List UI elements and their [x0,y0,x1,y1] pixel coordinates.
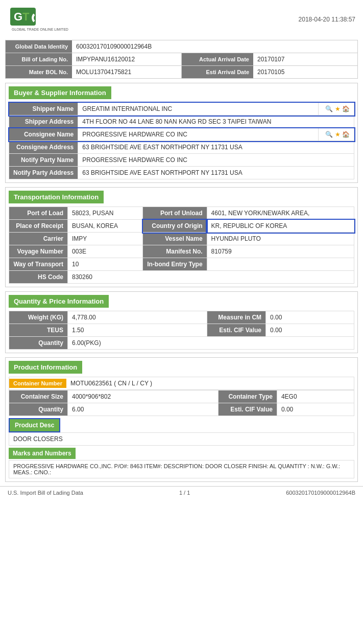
product-esti-cif-value: 0.00 [277,403,354,416]
carrier-row: Carrier IMPY Vessel Name HYUNDAI PLUTO [9,233,354,245]
container-number-value: MOTU0623561 ( CN / L / CY ) [66,377,156,389]
product-info-title: Product Information [9,361,82,374]
consignee-name-row: Consignee Name PROGRESSIVE HARDWARE CO I… [9,128,354,141]
search-icon[interactable]: 🔍 [325,105,333,112]
footer-center: 1 / 1 [179,490,190,496]
footer-right: 600320170109000012964B [286,490,355,496]
voyage-row: Voyage Number 003E Manifest No. 810759 [9,245,354,258]
shipper-name-row: Shipper Name GREATIM INTERNATIONAL INC 🔍… [9,103,354,116]
in-bond-entry-type-value [207,258,354,271]
page-footer: U.S. Import Bill of Lading Data 1 / 1 60… [0,486,363,499]
global-data-identity-label: Global Data Identity [6,40,72,53]
container-size-label: Container Size [9,390,68,403]
esti-arrival-label: Esti Arrival Date [182,66,253,78]
port-of-load-label: Port of Load [9,207,68,220]
mater-bol-row: Mater BOL No. MOLU13704175821 Esti Arriv… [6,66,357,78]
manifest-no-value: 810759 [207,245,354,258]
quantity-price-title: Quantity & Price Information [9,295,109,308]
global-data-identity-value: 600320170109000012964B [72,40,357,53]
place-of-receipt-value: BUSAN, KOREA [68,220,143,233]
svg-text:G: G [14,10,22,23]
port-of-unload-value: 4601, NEW YORK/NEWARK AREA, [207,207,354,220]
way-of-transport-value: 10 [68,258,143,271]
measure-in-cm-value: 0.00 [266,311,354,324]
page-header: G T GLOBAL TRADE ONLINE LIMITED 2018-04-… [0,0,363,37]
svg-text:T: T [22,10,30,23]
quantity-row: Quantity 6.00(PKG) [9,337,354,350]
actual-arrival-cell: Actual Arrival Date 20170107 [182,53,357,65]
quantity-label: Quantity [9,337,68,350]
voyage-number-label: Voyage Number [9,245,68,258]
product-esti-cif-label: Esti. CIF Value [218,403,277,416]
shipper-address-label: Shipper Address [9,116,78,128]
carrier-label: Carrier [9,233,68,245]
bol-label: Bill of Lading No. [6,53,72,65]
port-row: Port of Load 58023, PUSAN Port of Unload… [9,207,354,220]
star-icon-2[interactable]: ★ [335,131,341,138]
country-of-origin-label: Country of Origin [143,220,207,233]
way-of-transport-label: Way of Transport [9,258,68,271]
actual-arrival-label: Actual Arrival Date [182,53,253,65]
container-number-row: Container Number MOTU0623561 ( CN / L / … [9,377,354,390]
home-icon[interactable]: 🏠 [342,105,350,112]
transportation-section: Transportation Information Port of Load … [5,187,358,287]
weight-value: 4,778.00 [68,311,207,324]
search-icon-2[interactable]: 🔍 [325,131,333,138]
shipper-address-value: 4TH FLOOR NO 44 LANE 80 NAN KANG RD SEC … [78,116,354,128]
consignee-address-label: Consignee Address [9,141,78,154]
transportation-title: Transportation Information [9,191,104,203]
datetime: 2018-04-20 11:38:57 [299,16,355,23]
star-icon[interactable]: ★ [335,105,341,112]
global-data-identity-row: Global Data Identity 6003201701090000129… [6,40,357,53]
mater-bol-cell: Mater BOL No. MOLU13704175821 [6,66,182,78]
shipper-name-label: Shipper Name [9,103,78,116]
container-type-label: Container Type [218,390,277,403]
quantity-value: 6.00(PKG) [68,337,354,350]
actual-arrival-value: 20170107 [253,53,357,65]
product-desc-button[interactable]: Product Desc [10,419,59,431]
way-of-transport-row: Way of Transport 10 In-bond Entry Type [9,258,354,271]
buyer-supplier-section: Buyer & Supplier Information Shipper Nam… [5,83,358,183]
consignee-address-row: Consignee Address 63 BRIGHTSIDE AVE EAST… [9,141,354,154]
product-desc-value: DOOR CLOSERS [9,432,354,446]
in-bond-entry-type-label: In-bond Entry Type [143,258,207,271]
shipper-name-value: GREATIM INTERNATIONAL INC [78,103,319,116]
esti-cif-label: Esti. CIF Value [207,324,266,337]
notify-party-name-value: PROGRESSIVE HARDWARE CO INC [78,154,354,167]
consignee-name-label: Consignee Name [9,128,78,141]
shipper-address-row: Shipper Address 4TH FLOOR NO 44 LANE 80 … [9,116,354,128]
esti-arrival-cell: Esti Arrival Date 20170105 [182,66,357,78]
container-type-value: 4EG0 [277,390,354,403]
teus-row: TEUS 1.50 Esti. CIF Value 0.00 [9,324,354,337]
vessel-name-value: HYUNDAI PLUTO [207,233,354,245]
place-of-receipt-label: Place of Receipt [9,220,68,233]
country-of-origin-value: KR, REPUBLIC OF KOREA [207,220,354,233]
product-quantity-row: Quantity 6.00 Esti. CIF Value 0.00 [9,403,354,416]
place-receipt-row: Place of Receipt BUSAN, KOREA Country of… [9,220,354,233]
buyer-supplier-title: Buyer & Supplier Information [9,86,111,99]
product-info-section: Product Information Container Number MOT… [5,357,358,482]
marks-and-numbers-container: Marks and Numbers PROGRESSIVE HARDWARE C… [9,448,354,478]
consignee-address-value: 63 BRIGHTSIDE AVE EAST NORTHPORT NY 1173… [78,141,354,154]
notify-party-name-row: Notify Party Name PROGRESSIVE HARDWARE C… [9,154,354,167]
weight-label: Weight (KG) [9,311,68,324]
bol-cell: Bill of Lading No. IMPYPANU16120012 [6,53,182,65]
port-of-load-value: 58023, PUSAN [68,207,143,220]
home-icon-2[interactable]: 🏠 [342,131,350,138]
esti-cif-value: 0.00 [266,324,354,337]
port-of-unload-label: Port of Unload [143,207,207,220]
notify-party-address-row: Notify Party Address 63 BRIGHTSIDE AVE E… [9,167,354,179]
product-quantity-value: 6.00 [68,403,219,416]
esti-arrival-value: 20170105 [253,66,357,78]
voyage-number-value: 003E [68,245,143,258]
notify-party-address-label: Notify Party Address [9,167,78,179]
bol-row: Bill of Lading No. IMPYPANU16120012 Actu… [6,53,357,66]
logo: G T GLOBAL TRADE ONLINE LIMITED [8,5,69,33]
container-size-value: 4000*906*802 [68,390,219,403]
notify-party-address-value: 63 BRIGHTSIDE AVE EAST NORTHPORT NY 1173… [78,167,354,179]
svg-text:GLOBAL TRADE ONLINE LIMITED: GLOBAL TRADE ONLINE LIMITED [12,28,68,31]
product-desc-container: Product Desc [9,418,60,432]
consignee-name-value: PROGRESSIVE HARDWARE CO INC [78,128,319,141]
teus-value: 1.50 [68,324,207,337]
marks-and-numbers-value: PROGRESSIVE HARDWARE CO.,INC. P/O#: 8463… [9,460,354,478]
